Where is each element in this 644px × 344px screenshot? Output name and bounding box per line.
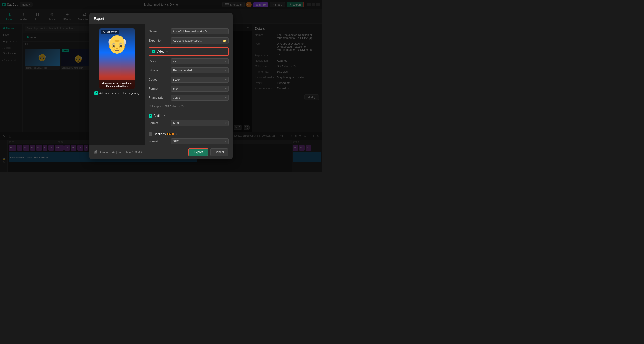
codec-select-wrapper: H.264 ▾ (171, 77, 229, 83)
setting-label-format: Format (149, 87, 169, 90)
setting-row-captions-format: Format SRT ▾ (149, 138, 229, 144)
captions-section-arrow: ▾ (176, 133, 177, 135)
setting-label-resolution: Resol... (149, 60, 169, 63)
audio-checkbox[interactable]: ✓ (149, 114, 152, 118)
pro-badge: PRO (167, 133, 173, 135)
modal-header: Export (89, 13, 233, 24)
video-checkbox[interactable]: ✓ (152, 50, 155, 53)
framerate-select[interactable]: 30fps (171, 95, 229, 101)
framerate-select-wrapper: 30fps ▾ (171, 95, 229, 101)
setting-row-export-to: Export to C:/Users/Jason/AppD... 📁 (149, 37, 229, 44)
folder-icon[interactable]: 📁 (223, 39, 226, 42)
modal-settings: Name Export to C:/Users/Jason/AppD... 📁 … (145, 24, 233, 145)
format-select[interactable]: mp4 (171, 86, 229, 92)
bitrate-select-wrapper: Recommended ▾ (171, 67, 229, 73)
modal-overlay: Export ✎ Edit cover 👴 The Unexpected Rea… (0, 0, 322, 172)
captions-format-select[interactable]: SRT (171, 138, 229, 144)
setting-row-name: Name (149, 28, 229, 34)
setting-label-bitrate: Bit rate (149, 69, 169, 72)
preview-video: ✎ Edit cover 👴 The Unexpected Reaction o… (99, 28, 135, 89)
section-divider-1 (149, 111, 229, 111)
modal-preview: ✎ Edit cover 👴 The Unexpected Reaction o… (89, 24, 145, 145)
setting-label-audio-format: Format (149, 121, 169, 125)
preview-person-icon: 👴 (106, 33, 128, 54)
name-input[interactable] (171, 28, 229, 34)
cover-checkbox[interactable]: ✓ Add video cover at the beginning (94, 91, 139, 95)
preview-caption: The Unexpected Reaction of Muhammad to H… (99, 80, 135, 89)
audio-section-header: ✓ Audio ▾ (149, 114, 229, 118)
modal-body: ✎ Edit cover 👴 The Unexpected Reaction o… (89, 24, 233, 145)
setting-label-name: Name (149, 30, 169, 33)
color-space-text: Color space: SDR - Rec.709 (149, 104, 229, 108)
video-file-icon: 🎬 (94, 150, 97, 154)
setting-label-export-to: Export to (149, 39, 169, 42)
section-divider-2 (149, 129, 229, 129)
export-modal: Export ✎ Edit cover 👴 The Unexpected Rea… (89, 13, 233, 159)
export-confirm-button[interactable]: Export (188, 148, 208, 156)
setting-label-framerate-modal: Frame rate (149, 96, 169, 99)
setting-label-captions-format: Format (149, 140, 169, 143)
resolution-select[interactable]: 4K (171, 58, 229, 64)
video-section-arrow: ▾ (166, 50, 168, 53)
setting-row-codec: Codec H.264 ▾ (149, 77, 229, 83)
setting-row-resolution: Resol... 4K ▾ (149, 58, 229, 64)
modal-footer: 🎬 Duration: 54s | Size: about 133 MB Exp… (89, 145, 233, 159)
captions-format-select-wrapper: SRT ▾ (171, 138, 229, 144)
footer-buttons: Export Cancel (188, 148, 228, 156)
cover-checkbox-check: ✓ (94, 91, 98, 95)
video-section-header: ✓ Video ▾ (149, 47, 229, 56)
setting-row-framerate: Frame rate 30fps ▾ (149, 95, 229, 101)
audio-section-arrow: ▾ (164, 114, 165, 117)
resolution-select-wrapper: 4K ▾ (171, 58, 229, 64)
setting-row-audio-format: Format MP3 ▾ (149, 120, 229, 126)
captions-checkbox[interactable] (149, 132, 152, 136)
captions-section-header: Captions PRO ▾ (149, 132, 229, 136)
setting-label-codec: Codec (149, 78, 169, 81)
audio-format-select[interactable]: MP3 (171, 120, 229, 126)
format-select-wrapper: mp4 ▾ (171, 86, 229, 92)
export-path-display: C:/Users/Jason/AppD... 📁 (171, 37, 229, 44)
cancel-button[interactable]: Cancel (210, 148, 228, 156)
duration-info: 🎬 Duration: 54s | Size: about 133 MB (94, 150, 142, 154)
setting-row-format: Format mp4 ▾ (149, 86, 229, 92)
codec-select[interactable]: H.264 (171, 77, 229, 83)
audio-format-select-wrapper: MP3 ▾ (171, 120, 229, 126)
setting-row-bitrate: Bit rate Recommended ▾ (149, 67, 229, 73)
bitrate-select[interactable]: Recommended (171, 67, 229, 73)
